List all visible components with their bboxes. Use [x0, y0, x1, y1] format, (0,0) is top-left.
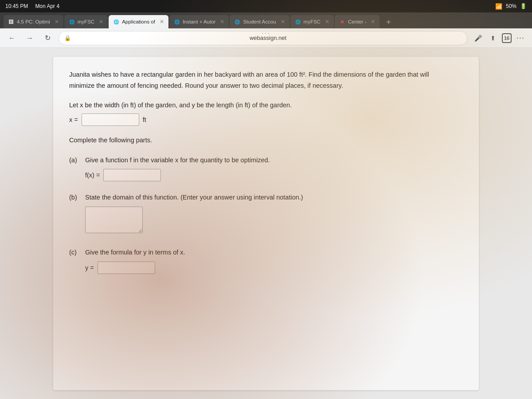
- nav-actions: 🎤 ⬆ 16 ···: [472, 32, 527, 44]
- part-a-question: Give a function f in the variable x for …: [85, 155, 463, 166]
- battery-icon: 🔋: [520, 3, 527, 9]
- tab-student-account[interactable]: 🌐 Student Accou ✕: [230, 15, 289, 28]
- share-button[interactable]: ⬆: [487, 32, 499, 44]
- reload-button[interactable]: ↻: [41, 31, 54, 45]
- tab-close-myfsc2[interactable]: ✕: [325, 19, 329, 25]
- complete-text: Complete the following parts.: [69, 137, 152, 144]
- tab-center[interactable]: ✖ Center - ✕: [335, 15, 380, 28]
- part-c: (c) Give the formula for y in terms of x…: [69, 247, 463, 274]
- complete-line: Complete the following parts.: [69, 135, 463, 146]
- tab-close-myfsc1[interactable]: ✕: [99, 19, 103, 25]
- tab-label-myfsc1: myFSC: [78, 19, 94, 24]
- system-time: 10:45 PM: [5, 3, 28, 9]
- address-text: webassign.net: [74, 35, 462, 41]
- system-bar-left: 10:45 PM Mon Apr 4: [5, 3, 59, 9]
- lock-icon: 🔒: [64, 35, 71, 41]
- tab-label-center: Center -: [348, 19, 367, 24]
- part-b-letter: (b): [69, 192, 80, 203]
- part-b-label: (b) State the domain of this function. (…: [69, 192, 463, 203]
- parts-section: (a) Give a function f in the variable x …: [69, 155, 463, 274]
- part-b: (b) State the domain of this function. (…: [69, 192, 463, 236]
- tab-bar: 🅰 4.5 PC: Optimi ✕ 🌐 myFSC ✕ 🌐 Applicati…: [0, 12, 532, 28]
- tab-favicon-center: ✖: [339, 19, 345, 25]
- system-bar: 10:45 PM Mon Apr 4 📶 50% 🔋: [0, 0, 532, 12]
- tab-favicon-myfsc1: 🌐: [69, 19, 75, 25]
- system-date: Mon Apr 4: [35, 3, 59, 9]
- tab-favicon-student: 🌐: [234, 19, 240, 25]
- tab-favicon-myfsc2: 🌐: [295, 19, 301, 25]
- tab-close-student[interactable]: ✕: [281, 19, 285, 25]
- tab-label-applications: Applications of: [122, 19, 155, 24]
- browser-window: 🅰 4.5 PC: Optimi ✕ 🌐 myFSC ✕ 🌐 Applicati…: [0, 12, 532, 399]
- battery-indicator: 50%: [506, 3, 516, 9]
- tab-close-optimi[interactable]: ✕: [55, 19, 59, 25]
- system-bar-right: 📶 50% 🔋: [495, 3, 527, 10]
- fx-label: f(x) =: [85, 170, 100, 181]
- new-tab-button[interactable]: +: [382, 16, 395, 28]
- part-b-question: State the domain of this function. (Ente…: [85, 192, 463, 203]
- part-c-question: Give the formula for y in terms of x.: [85, 247, 463, 258]
- tab-label-optimi: 4.5 PC: Optimi: [17, 19, 50, 24]
- tab-myfsc1[interactable]: 🌐 myFSC ✕: [64, 15, 108, 28]
- domain-input[interactable]: [85, 207, 143, 233]
- tab-favicon-applications: 🌐: [113, 19, 119, 25]
- tab-optimi[interactable]: 🅰 4.5 PC: Optimi ✕: [4, 15, 63, 28]
- x-unit: ft: [143, 114, 146, 125]
- let-x-text: Let x be the width (in ft) of the garden…: [69, 102, 292, 109]
- tab-applications[interactable]: 🌐 Applications of ✕: [109, 15, 168, 28]
- tab-instant[interactable]: 🌐 Instant + Autor ✕: [169, 15, 229, 28]
- problem-description: Juanita wishes to have a rectangular gar…: [69, 69, 463, 91]
- x-label: x =: [69, 114, 78, 125]
- tab-count-badge[interactable]: 16: [502, 33, 512, 43]
- microphone-button[interactable]: 🎤: [472, 32, 484, 44]
- y-label: y =: [85, 262, 94, 274]
- y-row: y =: [85, 262, 463, 274]
- part-a: (a) Give a function f in the variable x …: [69, 155, 463, 182]
- fx-row: f(x) =: [85, 169, 463, 181]
- tab-close-center[interactable]: ✕: [371, 19, 375, 25]
- back-button[interactable]: ←: [5, 31, 19, 45]
- tab-close-instant[interactable]: ✕: [220, 19, 224, 25]
- let-x-line: Let x be the width (in ft) of the garden…: [69, 100, 463, 111]
- tab-close-applications[interactable]: ✕: [160, 19, 164, 25]
- content-card: Juanita wishes to have a rectangular gar…: [53, 57, 479, 390]
- domain-input-wrap: [85, 207, 463, 237]
- wifi-icon: 📶: [495, 3, 502, 10]
- part-a-letter: (a): [69, 155, 80, 166]
- tab-label-student: Student Accou: [243, 19, 276, 24]
- x-input-row: x = ft: [69, 113, 463, 126]
- problem-desc-line1: Juanita wishes to have a rectangular gar…: [69, 71, 429, 78]
- y-input[interactable]: [98, 262, 155, 274]
- forward-button[interactable]: →: [23, 31, 36, 45]
- tab-label-instant: Instant + Autor: [183, 19, 215, 24]
- address-bar[interactable]: 🔒 webassign.net: [59, 31, 467, 45]
- more-options-button[interactable]: ···: [514, 32, 527, 44]
- tab-favicon-optimi: 🅰: [8, 19, 14, 25]
- page-content: Juanita wishes to have a rectangular gar…: [0, 48, 532, 399]
- x-input[interactable]: [82, 113, 139, 126]
- tab-label-myfsc2: myFSC: [304, 19, 321, 24]
- problem-desc-line2: minimize the amount of fencing needed. R…: [69, 82, 343, 89]
- part-c-letter: (c): [69, 247, 80, 258]
- part-c-label: (c) Give the formula for y in terms of x…: [69, 247, 463, 258]
- nav-bar: ← → ↻ 🔒 webassign.net 🎤 ⬆ 16 ···: [0, 28, 532, 48]
- part-a-label: (a) Give a function f in the variable x …: [69, 155, 463, 166]
- fx-input[interactable]: [103, 169, 161, 181]
- tab-favicon-instant: 🌐: [174, 19, 180, 25]
- tab-myfsc2[interactable]: 🌐 myFSC ✕: [290, 15, 334, 28]
